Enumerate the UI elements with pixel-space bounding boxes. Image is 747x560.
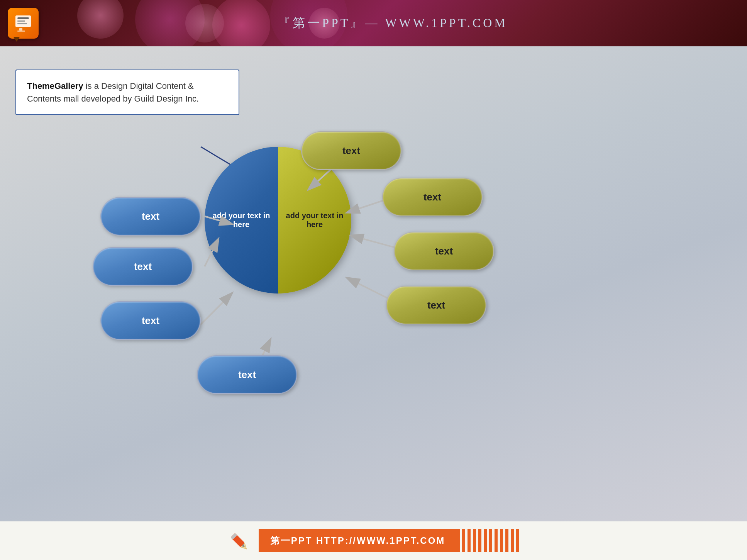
pill-olive-upper-right: text (382, 178, 483, 216)
footer-stripes (457, 529, 519, 552)
footer-url-bar: 第一PPT HTTP://WWW.1PPT.COM (259, 529, 457, 552)
main-content: ThemeGallery is a Design Digital Content… (0, 46, 747, 521)
pill-olive-upper-right-label: text (423, 191, 441, 203)
pill-blue-mid-left-label: text (134, 261, 152, 273)
app-logo (8, 8, 39, 39)
callout-box: ThemeGallery is a Design Digital Content… (15, 70, 239, 115)
svg-rect-5 (17, 31, 25, 32)
svg-rect-18 (230, 533, 245, 547)
pill-blue-bot-left: text (100, 301, 201, 340)
pill-olive-lower-right: text (386, 286, 486, 324)
svg-rect-4 (19, 28, 22, 31)
pill-olive-lower-right-label: text (427, 299, 445, 311)
circle-left-text: add your text in here (205, 147, 278, 294)
pill-blue-top-left: text (100, 197, 201, 236)
svg-rect-3 (17, 23, 27, 24)
footer-url-text: 第一PPT HTTP://WWW.1PPT.COM (270, 535, 445, 547)
pill-olive-top: text (301, 131, 401, 170)
pencil-icon (224, 526, 254, 556)
pill-blue-top-left-label: text (142, 210, 159, 222)
svg-line-16 (351, 236, 394, 247)
pill-blue-bot-left-label: text (142, 315, 159, 327)
callout-bold: ThemeGallery (27, 81, 83, 91)
pill-olive-mid-right: text (394, 232, 494, 270)
svg-line-17 (347, 278, 394, 301)
svg-line-12 (201, 294, 232, 324)
pill-olive-mid-right-label: text (435, 245, 453, 257)
header-title: 『第一PPT』— WWW.1PPT.COM (39, 15, 747, 32)
pill-olive-top-label: text (342, 145, 360, 157)
svg-rect-1 (17, 17, 29, 19)
pill-blue-bottom-label: text (238, 369, 256, 381)
header: 『第一PPT』— WWW.1PPT.COM (0, 0, 747, 46)
svg-rect-2 (17, 20, 25, 22)
pill-blue-bottom: text (197, 355, 297, 394)
footer: 第一PPT HTTP://WWW.1PPT.COM (0, 521, 747, 560)
pill-blue-mid-left: text (93, 247, 193, 286)
